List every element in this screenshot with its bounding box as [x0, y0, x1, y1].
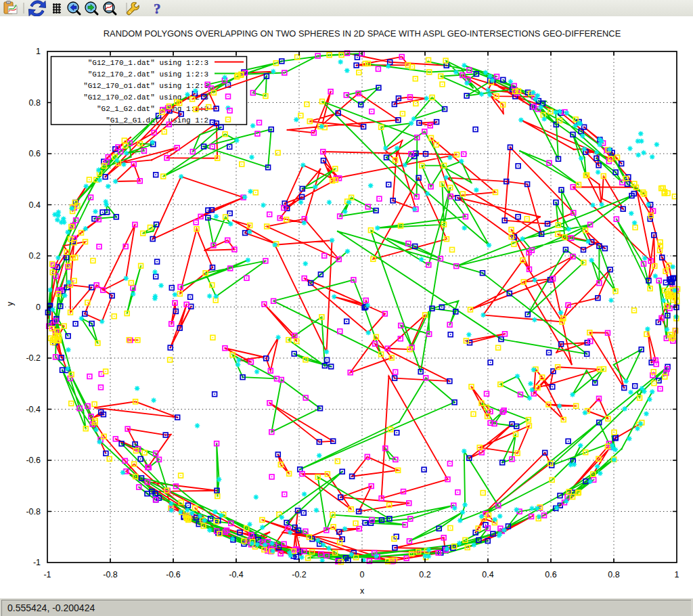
svg-text:0: 0 [360, 570, 365, 579]
svg-text:?: ? [154, 1, 161, 17]
svg-text:-0.2: -0.2 [26, 353, 41, 363]
svg-text:0.6: 0.6 [545, 570, 556, 579]
svg-text:0.6: 0.6 [29, 149, 41, 158]
svg-text:0.2: 0.2 [29, 251, 41, 261]
svg-text:"G12_170_1.dat" using 1:2:3: "G12_170_1.dat" using 1:2:3 [88, 59, 208, 67]
svg-text:-0.8: -0.8 [26, 507, 41, 516]
svg-text:0: 0 [36, 303, 41, 312]
svg-text:0.8: 0.8 [29, 98, 41, 108]
svg-text:x: x [360, 586, 365, 596]
svg-text:0.2: 0.2 [419, 570, 430, 579]
svg-text:y: y [5, 301, 15, 306]
svg-text:1: 1 [675, 570, 679, 579]
svg-text:-1: -1 [43, 570, 51, 579]
svg-text:1: 1 [36, 47, 41, 56]
svg-text:-0.8: -0.8 [103, 570, 118, 579]
svg-text:0.8: 0.8 [608, 570, 619, 579]
svg-text:"G2_1_G2.dat" using 1:2:3: "G2_1_G2.dat" using 1:2:3 [97, 105, 208, 113]
svg-text:0.4: 0.4 [482, 570, 493, 579]
svg-text:"G12_170_2.dat" using 1:2:3: "G12_170_2.dat" using 1:2:3 [88, 70, 208, 79]
svg-text:-0.2: -0.2 [292, 570, 307, 579]
svg-text:0.4: 0.4 [29, 200, 41, 210]
svg-text:-1: -1 [33, 558, 41, 567]
svg-text:-0.4: -0.4 [229, 570, 244, 579]
svg-text:-0.6: -0.6 [166, 570, 181, 579]
svg-text:RANDOM POLYGONS OVERLAPPING ON: RANDOM POLYGONS OVERLAPPING ON TWO SPHER… [104, 28, 621, 39]
svg-text:-0.4: -0.4 [26, 405, 41, 414]
svg-text:"G12_170_o1.dat" using 1:2:3: "G12_170_o1.dat" using 1:2:3 [83, 82, 208, 90]
svg-text:-0.6: -0.6 [26, 456, 41, 465]
